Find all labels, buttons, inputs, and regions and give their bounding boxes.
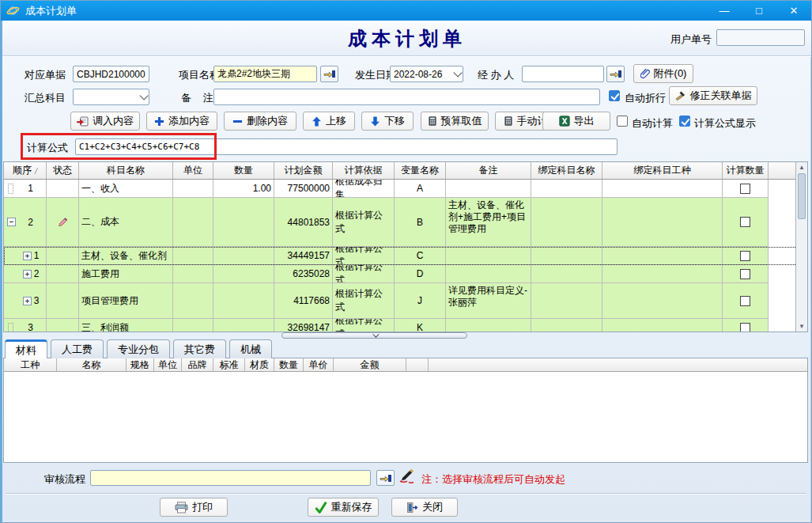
calculator-icon bbox=[504, 116, 513, 127]
scroll-up-icon[interactable]: ▲ bbox=[796, 164, 807, 171]
col-header-subject[interactable]: 科目名称 bbox=[79, 162, 173, 179]
move-up-button[interactable]: 上移 bbox=[303, 112, 355, 131]
delete-content-button[interactable]: 删除内容 bbox=[224, 112, 296, 131]
col-header-calc-qty[interactable]: 计算数量 bbox=[723, 162, 769, 179]
tab-other-fee[interactable]: 其它费 bbox=[173, 339, 226, 358]
col-header-qty[interactable]: 数量 bbox=[213, 162, 274, 179]
col-header-bind-worktype[interactable]: 绑定科目工种 bbox=[602, 162, 723, 179]
handler-picker-button[interactable] bbox=[606, 66, 625, 82]
note-label: 备 注 bbox=[181, 91, 213, 105]
print-button[interactable]: 打印 bbox=[160, 498, 228, 517]
user-no-input[interactable] bbox=[716, 29, 805, 46]
expand-icon[interactable]: + bbox=[23, 270, 32, 279]
calc-qty-checkbox[interactable] bbox=[740, 296, 750, 306]
maximize-button[interactable]: □ bbox=[742, 1, 776, 21]
fix-linked-doc-button[interactable]: 修正关联单据 bbox=[669, 86, 757, 105]
sign-pen-icon[interactable] bbox=[398, 468, 416, 483]
table-row-selected[interactable]: + 1 主材、设备、催化剂 34449157 根据计算公式 C bbox=[4, 247, 797, 265]
handler-input[interactable] bbox=[522, 66, 604, 82]
col-header-name[interactable]: 名称 bbox=[57, 358, 127, 371]
col-header-amount[interactable]: 计划金额 bbox=[274, 162, 333, 179]
scrollbar-thumb[interactable] bbox=[798, 173, 806, 219]
project-input[interactable] bbox=[213, 66, 317, 82]
minimize-button[interactable]: — bbox=[707, 1, 742, 21]
col-header-spec[interactable]: 规格 bbox=[127, 358, 154, 371]
cell-unit bbox=[173, 265, 213, 283]
cell-qty bbox=[213, 283, 274, 319]
autowrap-checkbox[interactable] bbox=[609, 90, 620, 101]
cell-qty bbox=[213, 198, 274, 247]
expand-icon[interactable]: + bbox=[23, 297, 32, 305]
autocalc-checkbox[interactable] bbox=[617, 116, 628, 127]
detail-grid-header: 工种 名称 规格 单位 品牌 标准 材质 数量 单价 金额 bbox=[4, 358, 807, 372]
calc-qty-checkbox[interactable] bbox=[740, 184, 750, 194]
calc-qty-checkbox[interactable] bbox=[740, 217, 750, 227]
table-row[interactable]: + 2 施工费用 6235028 根据计算公式 D bbox=[4, 265, 797, 283]
tab-machinery[interactable]: 机械 bbox=[229, 339, 272, 358]
cell-remark: 主材、设备、催化剂+施工费用+项目管理费用 bbox=[446, 198, 531, 247]
doc-input[interactable] bbox=[73, 66, 149, 82]
table-row[interactable]: 1 一、收入 1.00 77500000 根据成本归集 A bbox=[4, 180, 797, 198]
note-input[interactable] bbox=[213, 89, 600, 105]
cell-remark bbox=[446, 247, 531, 265]
tab-subcontract[interactable]: 专业分包 bbox=[107, 339, 170, 358]
approval-flow-picker-button[interactable] bbox=[376, 470, 395, 486]
col-header-basis[interactable]: 计算依据 bbox=[333, 162, 395, 179]
close-button[interactable]: ✕ bbox=[776, 1, 811, 21]
collapse-icon[interactable]: − bbox=[7, 218, 16, 226]
col-header-status[interactable]: 状态 bbox=[47, 162, 79, 179]
cell-qty bbox=[213, 319, 274, 332]
table-row[interactable]: − 2 二、成本 44801853 根据计算公式 B 主材、设备、催化剂+施工费… bbox=[4, 198, 797, 247]
table-row[interactable]: + 3 项目管理费用 4117668 根据计算公式 J 详见费用科目定义-张丽萍 bbox=[4, 283, 797, 319]
date-combobox[interactable]: 2022-08-26 bbox=[390, 66, 463, 82]
summary-subject-combobox[interactable] bbox=[73, 89, 149, 105]
export-button[interactable]: 导出 bbox=[542, 112, 610, 131]
cell-bind-subject bbox=[531, 180, 602, 198]
col-header-unit[interactable]: 单位 bbox=[154, 358, 182, 371]
printer-icon bbox=[175, 502, 188, 514]
col-header-unit[interactable]: 单位 bbox=[173, 162, 213, 179]
col-header-variable[interactable]: 变量名称 bbox=[395, 162, 446, 179]
tab-labor[interactable]: 人工费 bbox=[51, 339, 104, 358]
col-header-price[interactable]: 单价 bbox=[304, 358, 334, 371]
approval-flow-input[interactable] bbox=[90, 470, 371, 486]
col-header-bind-subject[interactable]: 绑定科目名称 bbox=[531, 162, 602, 179]
col-header-worktype[interactable]: 工种 bbox=[4, 358, 57, 371]
calc-qty-checkbox[interactable] bbox=[740, 269, 750, 279]
col-header-remark[interactable]: 备注 bbox=[446, 162, 531, 179]
detail-tabs: 材料 人工费 专业分包 其它费 机械 bbox=[5, 339, 272, 358]
scroll-down-icon[interactable]: ▼ bbox=[796, 323, 807, 330]
table-row[interactable]: 3 三、利润额 32698147 根据计算公式 K bbox=[4, 319, 797, 332]
save-button[interactable]: 重新保存 bbox=[308, 498, 379, 517]
vertical-scrollbar[interactable]: ▲ ▼ bbox=[795, 162, 807, 332]
col-header-standard[interactable]: 标准 bbox=[213, 358, 245, 371]
cell-bind-worktype bbox=[602, 283, 723, 319]
splitter-handle[interactable] bbox=[281, 332, 467, 339]
chevron-down-icon bbox=[372, 331, 379, 337]
detail-grid-body[interactable] bbox=[4, 372, 807, 462]
project-picker-button[interactable] bbox=[320, 66, 338, 82]
cell-bind-worktype bbox=[602, 180, 723, 198]
col-header-texture[interactable]: 材质 bbox=[245, 358, 274, 371]
cell-basis: 根据计算公式 bbox=[333, 319, 395, 332]
attachment-button[interactable]: 附件(0) bbox=[633, 64, 693, 83]
move-down-button[interactable]: 下移 bbox=[361, 112, 414, 131]
cell-subject: 施工费用 bbox=[79, 265, 173, 283]
autocalc-label: 自动计算 bbox=[632, 116, 673, 131]
show-formula-checkbox[interactable] bbox=[679, 116, 690, 127]
load-content-button[interactable]: 调入内容 bbox=[70, 112, 140, 131]
cell-qty: 1.00 bbox=[213, 180, 274, 198]
col-header-seq[interactable]: 顺序/ bbox=[4, 162, 47, 179]
add-content-button[interactable]: 添加内容 bbox=[146, 112, 217, 131]
col-header-amount[interactable]: 金额 bbox=[334, 358, 406, 371]
col-header-brand[interactable]: 品牌 bbox=[182, 358, 213, 371]
formula-input[interactable] bbox=[75, 138, 617, 155]
tab-material[interactable]: 材料 bbox=[5, 339, 47, 358]
col-header-qty[interactable]: 数量 bbox=[274, 358, 304, 371]
calc-qty-checkbox[interactable] bbox=[740, 251, 750, 261]
calc-qty-checkbox[interactable] bbox=[740, 323, 750, 333]
titlebar: 成本计划单 — □ ✕ bbox=[1, 1, 811, 21]
budget-value-button[interactable]: 预算取值 bbox=[421, 112, 489, 131]
expand-icon[interactable]: + bbox=[23, 252, 32, 260]
close-form-button[interactable]: 关闭 bbox=[391, 498, 458, 517]
